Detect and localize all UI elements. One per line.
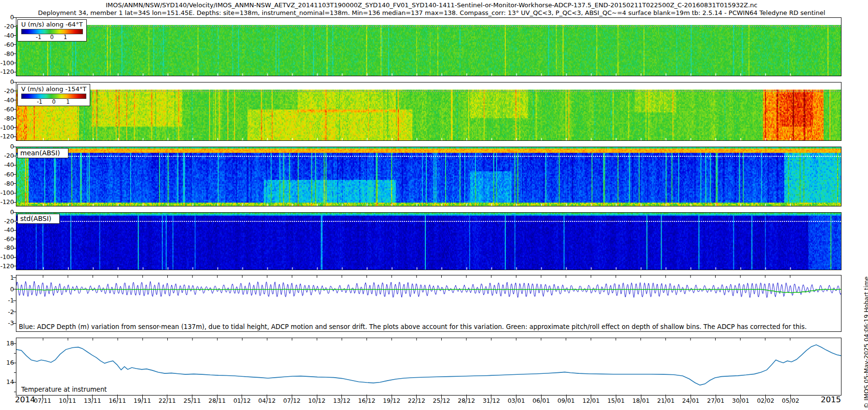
x-tick-mark — [242, 395, 242, 399]
y-tick-label: -20 — [0, 218, 14, 225]
x-tick-mark — [491, 395, 491, 399]
x-tick-mark — [790, 395, 791, 399]
y-minor-tick-mark — [14, 353, 16, 354]
y-tick-label: -60 — [0, 106, 14, 113]
x-tick-mark — [441, 395, 442, 399]
y-tick-mark — [13, 277, 16, 278]
y-tick-label: -60 — [0, 171, 14, 178]
x-tick-mark — [267, 395, 267, 399]
y-tick-mark — [13, 137, 16, 137]
x-tick-mark — [616, 395, 616, 399]
y-tick-label: -60 — [0, 236, 14, 243]
surface-blank-line — [16, 221, 841, 222]
y-tick-mark — [13, 72, 16, 72]
x-tick-mark — [765, 395, 766, 399]
x-tick-mark — [392, 395, 392, 399]
y-tick-mark — [13, 212, 16, 213]
y-tick-label: -100 — [0, 60, 14, 67]
x-tick-mark — [217, 395, 217, 399]
x-tick-mark — [92, 395, 93, 399]
y-tick-mark — [13, 343, 16, 344]
figure-root: IMOS/ANMN/NSW/SYD140/Velocity/IMOS_ANMN-… — [0, 0, 868, 410]
y-tick-mark — [13, 91, 16, 91]
y-tick-mark — [13, 127, 16, 128]
y-tick-label: 0 — [0, 79, 14, 85]
y-tick-label: -120 — [0, 263, 14, 270]
y-tick-mark — [13, 54, 16, 54]
y-tick-mark — [13, 26, 16, 27]
y-tick-label: -40 — [0, 97, 14, 104]
y-tick-mark — [13, 239, 16, 239]
y-tick-mark — [13, 183, 16, 184]
y-tick-label: -80 — [0, 245, 14, 251]
y-tick-label: -100 — [0, 254, 14, 260]
y-tick-mark — [13, 230, 16, 231]
panel-mean-absi: mean(ABSI) — [16, 147, 841, 206]
y-tick-label: -20 — [0, 23, 14, 30]
y-tick-label: 0 — [0, 14, 14, 21]
v-velocity-legend-title: V (m/s) along -154°T — [21, 85, 86, 93]
y-minor-tick-mark — [14, 392, 16, 392]
colorbar-tick-label: -1 — [36, 34, 41, 41]
x-tick-mark — [366, 395, 367, 399]
x-tick-mark — [142, 395, 143, 399]
v-velocity-colorbar-ticks: -101 — [21, 99, 86, 106]
y-tick-mark — [13, 100, 16, 100]
y-tick-mark — [13, 147, 16, 147]
y-tick-mark — [13, 312, 16, 312]
figure-title: IMOS/ANMN/NSW/SYD140/Velocity/IMOS_ANMN-… — [0, 1, 863, 9]
y-tick-label: 1 — [0, 274, 14, 281]
u-velocity-colorbar-ticks: -101 — [21, 34, 83, 41]
y-tick-label: 0 — [0, 143, 14, 150]
panel-u-velocity: U (m/s) along -64°T -101 — [16, 17, 841, 76]
surface-blank-line — [16, 156, 841, 157]
y-tick-label: -120 — [0, 68, 14, 75]
y-tick-label: -20 — [0, 88, 14, 95]
panel-std-absi: std(ABSI) — [16, 212, 841, 270]
y-tick-mark — [13, 257, 16, 258]
y-tick-mark — [13, 63, 16, 63]
y-tick-mark — [13, 363, 16, 363]
y-tick-label: 0 — [0, 209, 14, 216]
x-tick-mark — [566, 395, 567, 399]
temperature-plot — [16, 338, 841, 395]
colorbar-tick-label: -1 — [37, 98, 42, 105]
x-tick-mark — [167, 395, 167, 399]
y-tick-label: -120 — [0, 199, 14, 205]
y-tick-label: -3 — [0, 320, 14, 327]
v-velocity-legend: V (m/s) along -154°T -101 — [17, 84, 90, 106]
copyright-watermark: © IMOS 05-May-2025 04:06:19 Hobart time — [863, 276, 868, 409]
x-tick-mark — [665, 395, 666, 399]
y-tick-mark — [13, 82, 16, 82]
y-tick-mark — [13, 221, 16, 221]
y-tick-label: -40 — [0, 32, 14, 39]
std-absi-label: std(ABSI) — [17, 214, 60, 224]
y-tick-label: -80 — [0, 180, 14, 187]
y-tick-label: 16 — [0, 359, 14, 366]
y-tick-mark — [13, 118, 16, 119]
y-tick-mark — [13, 289, 16, 289]
year-right-label: 2015 — [813, 395, 841, 404]
y-tick-label: 0 — [0, 286, 14, 293]
depth-variation-caption: Blue: ADCP Depth (m) variation from sens… — [19, 323, 807, 330]
y-tick-label: -20 — [0, 152, 14, 159]
y-tick-label: -40 — [0, 227, 14, 233]
u-velocity-legend: U (m/s) along -64°T -101 — [17, 19, 87, 41]
figure-subtitle: Deployment 34, member 1 lat=34S lon=151.… — [0, 9, 863, 16]
x-tick-mark — [192, 395, 192, 399]
x-tick-mark — [641, 395, 641, 399]
panel-v-velocity: V (m/s) along -154°T -101 — [16, 82, 841, 141]
y-tick-label: -80 — [0, 115, 14, 122]
y-tick-mark — [13, 109, 16, 109]
x-tick-mark — [292, 395, 292, 399]
x-tick-mark — [591, 395, 591, 399]
y-tick-mark — [13, 193, 16, 193]
x-tick-mark — [317, 395, 317, 399]
x-tick-mark — [740, 395, 741, 399]
y-tick-label: 14 — [0, 379, 14, 385]
colorbar-tick-label: 1 — [66, 98, 69, 105]
y-tick-label: -120 — [0, 133, 14, 140]
y-tick-mark — [13, 35, 16, 36]
y-tick-mark — [13, 266, 16, 266]
y-tick-label: -1 — [0, 297, 14, 304]
